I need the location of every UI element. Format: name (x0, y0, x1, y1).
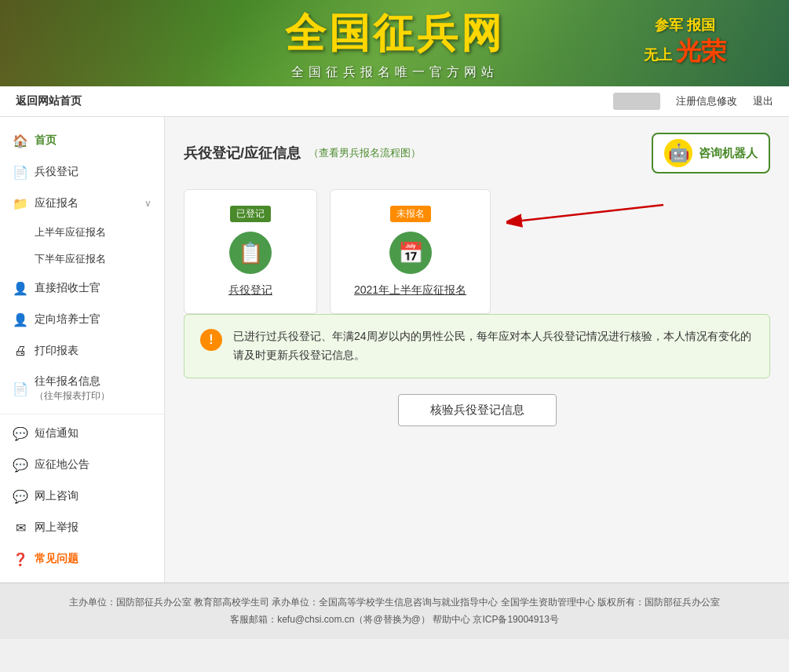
warning-text: 已进行过兵役登记、年满24周岁以内的男性公民，每年应对本人兵役登记情况进行核验，… (233, 327, 754, 365)
sidebar-first-half-label: 上半年应征报名 (35, 226, 106, 238)
local-notice-icon: 💬 (13, 457, 28, 473)
sidebar-home-label: 首页 (35, 133, 57, 148)
sidebar-item-home[interactable]: 🏠 首页 (0, 125, 164, 156)
banner-main-title: 全国征兵网 (285, 6, 505, 61)
logout-link[interactable]: 退出 (753, 94, 773, 108)
status-card-enlist[interactable]: 未报名 📅 2021年上半年应征报名 (330, 189, 491, 314)
sidebar-item-online-consult[interactable]: 💬 网上咨询 (0, 480, 164, 512)
sidebar-item-online-report[interactable]: ✉ 网上举报 (0, 512, 164, 543)
sidebar-item-faq[interactable]: ❓ 常见问题 (0, 543, 164, 575)
sidebar-item-sms[interactable]: 💬 短信通知 (0, 418, 164, 449)
banner-slogan-line2: 无上 光荣 (644, 35, 726, 69)
verify-btn-row: 核验兵役登记信息 (184, 394, 770, 426)
expand-arrow-icon: ∨ (144, 198, 152, 209)
print-icon: 🖨 (13, 343, 28, 359)
register-icon: 📄 (13, 164, 28, 180)
page-header: 兵役登记/应征信息 （查看男兵报名流程图） 🤖 咨询机器人 (184, 133, 770, 173)
enlist-icon: 📁 (13, 195, 28, 211)
sidebar-item-local-notice[interactable]: 💬 应征地公告 (0, 449, 164, 480)
sidebar-divider (0, 414, 164, 415)
sms-icon: 💬 (13, 425, 28, 441)
sidebar-item-second-half[interactable]: 下半年应征报名 (0, 246, 164, 272)
warning-icon: ! (200, 329, 222, 351)
sidebar-item-enlist-report[interactable]: 📁 应征报名 ∨ (0, 188, 164, 219)
online-consult-icon: 💬 (13, 488, 28, 504)
flow-chart-link[interactable]: （查看男兵报名流程图） (309, 146, 421, 160)
sidebar-second-half-label: 下半年应征报名 (35, 253, 106, 265)
footer-line2: 客服邮箱：kefu@chsi.com.cn（将@替换为@） 帮助中心 京ICP备… (8, 612, 781, 629)
card-link-enlist[interactable]: 2021年上半年应征报名 (354, 283, 466, 298)
footer-line1: 主办单位：国防部征兵办公室 教育部高校学生司 承办单位：全国高等学校学生信息咨询… (8, 594, 781, 612)
sidebar-online-report-label: 网上举报 (35, 520, 79, 535)
badge-not-registered: 未报名 (390, 206, 431, 222)
sidebar-item-targeted-train[interactable]: 👤 定向培养士官 (0, 304, 164, 335)
sidebar-print-label: 打印报表 (35, 344, 79, 358)
banner-right-slogan: 参军 报国 无上 光荣 (644, 16, 726, 69)
banner-subtitle: 全国征兵报名唯一官方网站 (285, 64, 505, 81)
banner-slogan-line1: 参军 报国 (644, 16, 726, 35)
main-content: 兵役登记/应征信息 （查看男兵报名流程图） 🤖 咨询机器人 已登记 📋 兵役登记 (165, 117, 789, 583)
verify-button[interactable]: 核验兵役登记信息 (398, 394, 557, 426)
sidebar-item-military-register[interactable]: 📄 兵役登记 (0, 156, 164, 188)
main-layout: 🏠 首页 📄 兵役登记 📁 应征报名 ∨ 上半年应征报名 下半年应征报名 👤 直… (0, 117, 789, 583)
sidebar-direct-recruit-label: 直接招收士官 (35, 281, 100, 295)
history-icon: 📄 (13, 381, 28, 396)
register-card-icon: 📋 (238, 241, 263, 265)
badge-registered: 已登记 (230, 206, 271, 222)
online-report-icon: ✉ (13, 520, 28, 535)
sidebar-local-notice-label: 应征地公告 (35, 458, 89, 472)
page-title-row: 兵役登记/应征信息 （查看男兵报名流程图） (184, 144, 421, 163)
sidebar-online-consult-label: 网上咨询 (35, 489, 79, 503)
sidebar-item-print[interactable]: 🖨 打印报表 (0, 335, 164, 367)
robot-icon: 🤖 (664, 139, 692, 167)
edit-info-link[interactable]: 注册信息修改 (676, 94, 737, 108)
card-icon-enlist: 📅 (389, 232, 432, 274)
faq-icon: ❓ (13, 551, 28, 567)
consult-label: 咨询机器人 (699, 146, 758, 161)
sidebar-sms-label: 短信通知 (35, 426, 79, 440)
status-card-register[interactable]: 已登记 📋 兵役登记 (184, 189, 317, 314)
targeted-train-icon: 👤 (13, 312, 28, 327)
cards-row: 已登记 📋 兵役登记 未报名 📅 2021年上半年应征报名 (184, 189, 770, 314)
page-title: 兵役登记/应征信息 (184, 144, 301, 163)
sidebar-enlist-label: 应征报名 (35, 196, 79, 210)
user-avatar (613, 93, 660, 110)
card-icon-register: 📋 (229, 232, 272, 274)
warning-box: ! 已进行过兵役登记、年满24周岁以内的男性公民，每年应对本人兵役登记情况进行核… (184, 314, 770, 378)
home-icon: 🏠 (13, 133, 28, 148)
sidebar-item-first-half[interactable]: 上半年应征报名 (0, 219, 164, 246)
sidebar-military-register-label: 兵役登记 (35, 165, 79, 179)
sidebar-history-label: 往年报名信息 （往年报表打印） (35, 374, 110, 403)
banner-highlight: 光荣 (676, 37, 726, 65)
back-home-link[interactable]: 返回网站首页 (16, 94, 82, 108)
svg-line-1 (522, 205, 663, 221)
arrow-container (491, 189, 770, 228)
red-arrow-svg (506, 189, 679, 228)
sidebar-targeted-train-label: 定向培养士官 (35, 312, 100, 327)
sidebar: 🏠 首页 📄 兵役登记 📁 应征报名 ∨ 上半年应征报名 下半年应征报名 👤 直… (0, 117, 165, 583)
top-nav-right: 注册信息修改 退出 (613, 93, 773, 110)
direct-recruit-icon: 👤 (13, 280, 28, 296)
footer: 主办单位：国防部征兵办公室 教育部高校学生司 承办单位：全国高等学校学生信息咨询… (0, 583, 789, 639)
consult-robot-button[interactable]: 🤖 咨询机器人 (652, 133, 770, 173)
banner-title: 全国征兵网 全国征兵报名唯一官方网站 (285, 6, 505, 81)
header-banner: 全国征兵网 全国征兵报名唯一官方网站 参军 报国 无上 光荣 (0, 0, 789, 86)
sidebar-item-direct-recruit[interactable]: 👤 直接招收士官 (0, 272, 164, 304)
card-link-register[interactable]: 兵役登记 (208, 283, 293, 298)
sidebar-faq-label: 常见问题 (35, 552, 79, 566)
enlist-card-icon: 📅 (398, 241, 423, 265)
top-nav: 返回网站首页 注册信息修改 退出 (0, 86, 789, 117)
sidebar-item-history[interactable]: 📄 往年报名信息 （往年报表打印） (0, 367, 164, 411)
